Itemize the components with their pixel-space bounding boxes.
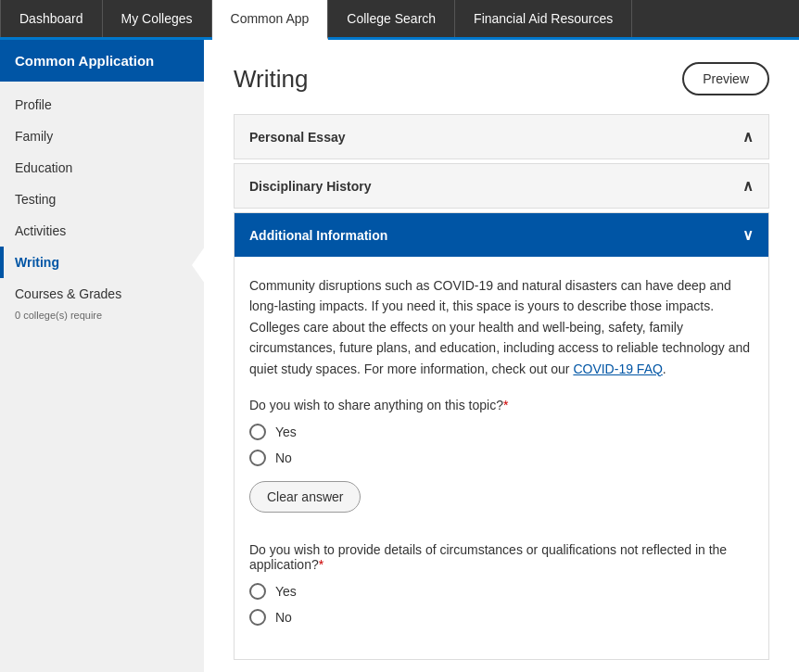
question1-yes-radio[interactable] xyxy=(249,424,266,440)
sidebar-item-profile[interactable]: Profile xyxy=(0,89,204,120)
top-navigation: Dashboard My Colleges Common App College… xyxy=(0,0,799,40)
question1-no-label: No xyxy=(275,450,292,465)
sidebar-item-courses-grades[interactable]: Courses & Grades xyxy=(0,278,204,310)
additional-information-chevron: ∨ xyxy=(742,226,754,244)
sidebar-item-education[interactable]: Education xyxy=(0,152,204,184)
question1-required: * xyxy=(503,398,508,412)
active-indicator xyxy=(0,247,4,278)
additional-information-header[interactable]: Additional Information ∨ xyxy=(235,213,768,257)
question1-radio-group: Yes No xyxy=(249,424,754,466)
tab-my-colleges[interactable]: My Colleges xyxy=(103,0,212,37)
preview-button[interactable]: Preview xyxy=(682,62,769,95)
clear-answer-button[interactable]: Clear answer xyxy=(249,481,361,513)
question2-required: * xyxy=(319,557,323,572)
additional-information-label: Additional Information xyxy=(249,228,387,243)
question2-radio-group: Yes No xyxy=(249,583,754,626)
sidebar-item-activities[interactable]: Activities xyxy=(0,215,204,247)
question1-no-option[interactable]: No xyxy=(249,450,754,466)
question1-no-radio[interactable] xyxy=(249,450,266,466)
personal-essay-header[interactable]: Personal Essay ∧ xyxy=(235,115,768,158)
description-text: Community disruptions such as COVID-19 a… xyxy=(249,275,754,379)
question1-label: Do you wish to share anything on this to… xyxy=(249,398,754,412)
question2-no-option[interactable]: No xyxy=(249,609,754,626)
question2-yes-option[interactable]: Yes xyxy=(249,583,754,600)
sidebar-item-family[interactable]: Family xyxy=(0,120,204,152)
question1-yes-option[interactable]: Yes xyxy=(249,424,754,440)
sidebar-header: Common Application xyxy=(0,40,204,82)
sidebar-item-testing[interactable]: Testing xyxy=(0,184,204,215)
question2-label: Do you wish to provide details of circum… xyxy=(249,542,754,572)
covid-faq-link[interactable]: COVID-19 FAQ xyxy=(573,361,662,376)
question1-yes-label: Yes xyxy=(275,425,297,439)
question2-no-radio[interactable] xyxy=(249,609,266,626)
question2-no-label: No xyxy=(275,610,292,625)
personal-essay-chevron: ∧ xyxy=(742,128,754,146)
personal-essay-label: Personal Essay xyxy=(249,130,346,145)
content-area: Writing Preview Personal Essay ∧ Discipl… xyxy=(204,40,799,672)
disciplinary-history-header[interactable]: Disciplinary History ∧ xyxy=(235,164,768,208)
disciplinary-history-chevron: ∧ xyxy=(742,177,754,195)
accordion-additional-information: Additional Information ∨ Community disru… xyxy=(234,212,769,660)
tab-dashboard[interactable]: Dashboard xyxy=(0,0,103,37)
sidebar: Common Application Profile Family Educat… xyxy=(0,40,204,672)
disciplinary-history-label: Disciplinary History xyxy=(249,179,372,194)
additional-information-content: Community disruptions such as COVID-19 a… xyxy=(235,257,768,659)
tab-college-search[interactable]: College Search xyxy=(328,0,455,37)
question2-yes-radio[interactable] xyxy=(249,583,266,600)
tab-financial-aid[interactable]: Financial Aid Resources xyxy=(455,0,632,37)
accordion-personal-essay: Personal Essay ∧ xyxy=(234,114,769,159)
question2-yes-label: Yes xyxy=(275,584,297,599)
tab-common-app[interactable]: Common App xyxy=(212,0,329,40)
page-title: Writing xyxy=(234,65,308,94)
main-layout: Common Application Profile Family Educat… xyxy=(0,40,799,672)
sidebar-nav: Profile Family Education Testing Activit… xyxy=(0,82,204,336)
sidebar-item-writing[interactable]: Writing xyxy=(0,247,204,278)
question2-section: Do you wish to provide details of circum… xyxy=(249,542,754,626)
content-header: Writing Preview xyxy=(234,62,769,95)
question1-section: Do you wish to share anything on this to… xyxy=(249,398,754,535)
accordion-disciplinary-history: Disciplinary History ∧ xyxy=(234,163,769,209)
sidebar-item-courses-sub: 0 college(s) require xyxy=(0,310,204,328)
